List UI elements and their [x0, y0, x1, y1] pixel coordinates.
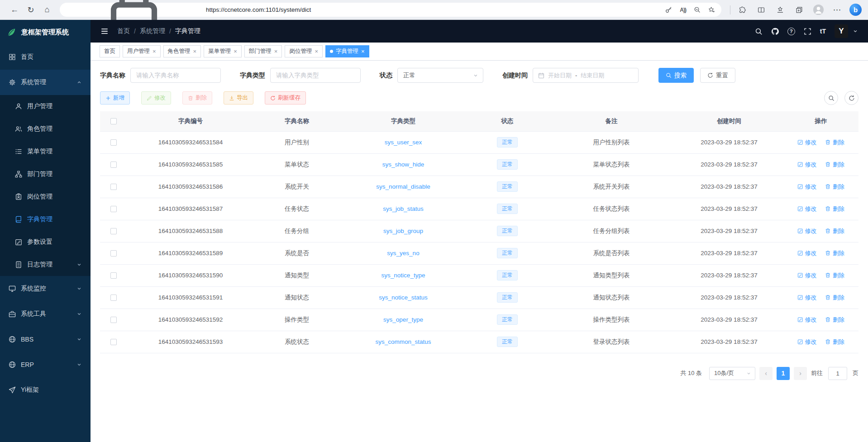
- table-row[interactable]: 1641030593246531593 系统状态 sys_common_stat…: [100, 331, 858, 353]
- refresh-table-button[interactable]: [844, 91, 858, 105]
- page-1-button[interactable]: 1: [777, 367, 790, 380]
- row-edit-link[interactable]: 修改: [797, 271, 817, 280]
- dict-type-link[interactable]: sys_yes_no: [387, 250, 419, 257]
- row-checkbox[interactable]: [110, 206, 117, 212]
- row-delete-link[interactable]: 删除: [825, 271, 844, 280]
- table-row[interactable]: 1641030593246531589 系统是否 sys_yes_no 正常 系…: [100, 242, 858, 264]
- close-icon[interactable]: ×: [153, 48, 156, 54]
- tab-dept-management[interactable]: 部门管理 ×: [244, 45, 282, 57]
- row-delete-link[interactable]: 删除: [825, 316, 844, 324]
- row-checkbox[interactable]: [110, 250, 117, 257]
- sidebar-item-system-monitor[interactable]: 系统监控: [0, 276, 91, 301]
- row-delete-link[interactable]: 删除: [825, 338, 844, 346]
- row-checkbox[interactable]: [110, 339, 117, 345]
- row-delete-link[interactable]: 删除: [825, 227, 844, 235]
- row-delete-link[interactable]: 删除: [825, 161, 844, 169]
- table-row[interactable]: 1641030593246531587 任务状态 sys_job_status …: [100, 198, 858, 220]
- next-page-button[interactable]: ›: [794, 367, 807, 380]
- page-size-select[interactable]: 10条/页: [709, 367, 755, 380]
- fullscreen-icon[interactable]: [804, 28, 811, 35]
- row-edit-link[interactable]: 修改: [797, 316, 817, 324]
- header-search-icon[interactable]: [755, 28, 763, 35]
- row-delete-link[interactable]: 删除: [825, 205, 844, 213]
- close-icon[interactable]: ×: [361, 48, 365, 54]
- sidebar-item-system-tools[interactable]: 系统工具: [0, 301, 91, 327]
- sidebar-item-role-management[interactable]: 角色管理: [0, 118, 91, 140]
- tab-home[interactable]: 首页: [100, 45, 120, 57]
- chevron-down-icon[interactable]: [853, 29, 858, 34]
- close-icon[interactable]: ×: [193, 48, 197, 54]
- sidebar-item-system-management[interactable]: 系统管理: [0, 70, 91, 95]
- row-edit-link[interactable]: 修改: [797, 205, 817, 213]
- add-button[interactable]: 新增: [100, 91, 130, 105]
- dict-type-link[interactable]: sys_notice_status: [379, 294, 427, 301]
- row-checkbox[interactable]: [110, 272, 117, 279]
- table-row[interactable]: 1641030593246531591 通知状态 sys_notice_stat…: [100, 286, 858, 309]
- search-button[interactable]: 搜索: [658, 68, 694, 83]
- sidebar-item-dict-management[interactable]: 字典管理: [0, 208, 91, 231]
- table-row[interactable]: 1641030593246531585 菜单状态 sys_show_hide 正…: [100, 153, 858, 176]
- password-key-icon[interactable]: [665, 6, 672, 13]
- tab-role-management[interactable]: 角色管理 ×: [163, 45, 201, 57]
- row-checkbox[interactable]: [110, 162, 117, 168]
- help-icon[interactable]: ?: [787, 28, 795, 35]
- sidebar-item-home[interactable]: 首页: [0, 44, 91, 70]
- bing-chat-icon[interactable]: b: [849, 4, 862, 16]
- row-checkbox[interactable]: [110, 295, 117, 301]
- select-all-checkbox[interactable]: [110, 118, 117, 124]
- close-icon[interactable]: ×: [315, 48, 318, 54]
- show-search-toggle-button[interactable]: [824, 91, 838, 105]
- row-checkbox[interactable]: [110, 184, 117, 190]
- row-checkbox[interactable]: [110, 139, 117, 146]
- breadcrumb-home[interactable]: 首页: [117, 27, 130, 35]
- sidebar-item-param-settings[interactable]: 参数设置: [0, 231, 91, 253]
- reset-button[interactable]: 重置: [700, 68, 735, 83]
- read-aloud-icon[interactable]: A)): [680, 7, 686, 13]
- row-edit-link[interactable]: 修改: [797, 249, 817, 257]
- date-range-picker[interactable]: 开始日期 - 结束日期: [533, 68, 639, 83]
- row-edit-link[interactable]: 修改: [797, 338, 817, 346]
- end-date-placeholder[interactable]: 结束日期: [581, 71, 604, 80]
- dict-name-input[interactable]: [130, 68, 221, 83]
- row-delete-link[interactable]: 删除: [825, 249, 844, 257]
- refresh-page-button[interactable]: ↻: [23, 2, 39, 18]
- dict-type-link[interactable]: sys_job_status: [383, 205, 423, 212]
- table-row[interactable]: 1641030593246531590 通知类型 sys_notice_type…: [100, 264, 858, 286]
- table-row[interactable]: 1641030593246531586 系统开关 sys_normal_disa…: [100, 176, 858, 198]
- github-icon[interactable]: [771, 28, 779, 35]
- dict-type-link[interactable]: sys_user_sex: [385, 139, 422, 146]
- row-edit-link[interactable]: 修改: [797, 294, 817, 302]
- row-edit-link[interactable]: 修改: [797, 161, 817, 169]
- breadcrumb-system[interactable]: 系统管理: [140, 27, 165, 35]
- goto-page-input[interactable]: [828, 367, 847, 380]
- home-button[interactable]: ⌂: [39, 2, 55, 18]
- address-bar[interactable]: https://ccnetcore.com:1101/system/dict A…: [60, 3, 721, 17]
- export-button[interactable]: 导出: [224, 91, 253, 105]
- close-icon[interactable]: ×: [234, 48, 237, 54]
- row-edit-link[interactable]: 修改: [797, 227, 817, 235]
- sidebar-item-log-management[interactable]: 日志管理: [0, 253, 91, 276]
- table-row[interactable]: 1641030593246531584 用户性别 sys_user_sex 正常…: [100, 131, 858, 153]
- tab-user-management[interactable]: 用户管理 ×: [123, 45, 161, 57]
- row-delete-link[interactable]: 删除: [825, 138, 844, 147]
- tab-dict-management[interactable]: 字典管理 ×: [325, 45, 369, 57]
- sidebar-item-dept-management[interactable]: 部门管理: [0, 163, 91, 185]
- tab-post-management[interactable]: 岗位管理 ×: [285, 45, 323, 57]
- sidebar-item-menu-management[interactable]: 菜单管理: [0, 140, 91, 163]
- dict-type-input[interactable]: [270, 68, 361, 83]
- row-checkbox[interactable]: [110, 228, 117, 234]
- table-row[interactable]: 1641030593246531588 任务分组 sys_job_group 正…: [100, 220, 858, 242]
- user-avatar[interactable]: Y: [835, 24, 848, 38]
- edit-button[interactable]: 修改: [141, 91, 171, 105]
- split-screen-icon[interactable]: [754, 2, 769, 18]
- app-logo[interactable]: 意框架管理系统: [0, 20, 91, 44]
- start-date-placeholder[interactable]: 开始日期: [548, 71, 572, 80]
- browser-menu-icon[interactable]: ⋯: [830, 2, 845, 18]
- dict-type-link[interactable]: sys_normal_disable: [376, 183, 430, 190]
- sidebar-item-user-management[interactable]: 用户管理: [0, 95, 91, 118]
- hamburger-icon[interactable]: [100, 27, 110, 36]
- back-button[interactable]: ←: [6, 2, 23, 18]
- sidebar-item-bbs[interactable]: BBS: [0, 327, 91, 352]
- tab-menu-management[interactable]: 菜单管理 ×: [204, 45, 242, 57]
- refresh-cache-button[interactable]: 刷新缓存: [265, 91, 306, 105]
